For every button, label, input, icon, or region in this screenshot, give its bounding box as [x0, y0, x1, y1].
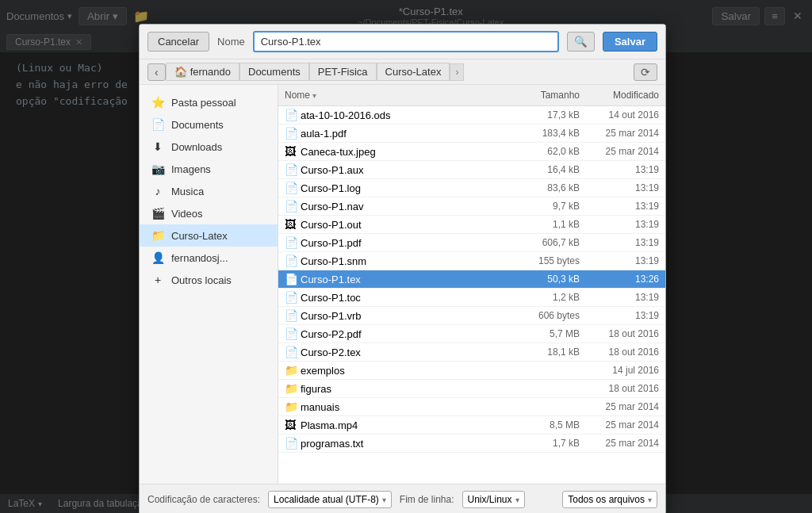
file-modified: 13:19 [586, 164, 665, 175]
breadcrumb-home[interactable]: 🏠 fernando [166, 63, 239, 81]
breadcrumb-pet-fisica[interactable]: PET-Fisica [309, 63, 377, 81]
file-modified: 13:19 [586, 219, 665, 230]
file-row[interactable]: 📄 ata-10-10-2016.ods 17,3 kB 14 out 2016 [278, 106, 665, 124]
file-row[interactable]: 📄 Curso-P1.nav 9,7 kB 13:19 [278, 197, 665, 216]
file-icon: 📄 [278, 182, 301, 194]
file-row[interactable]: 📁 figuras 18 out 2016 [278, 380, 665, 398]
file-name: Curso-P1.tex [301, 274, 523, 285]
download-icon: ⬇ [151, 140, 165, 153]
music-icon: ♪ [151, 185, 165, 197]
file-size: 606 bytes [523, 310, 586, 321]
sidebar-item-outros-locais[interactable]: + Outros locais [140, 269, 278, 291]
sidebar-item-fernandosj[interactable]: 👤 fernandosj... [140, 247, 278, 269]
file-size: 62,0 kB [523, 146, 586, 157]
folder-icon: 📁 [151, 229, 165, 242]
file-row[interactable]: 📄 Curso-P1.toc 1,2 kB 13:19 [278, 289, 665, 307]
column-size[interactable]: Tamanho [523, 88, 586, 102]
file-row[interactable]: 📄 aula-1.pdf 183,4 kB 25 mar 2014 [278, 124, 665, 143]
file-modified: 14 out 2016 [586, 109, 665, 121]
cancel-button[interactable]: Cancelar [147, 32, 209, 52]
file-icon: 📄 [278, 109, 301, 121]
column-name-arrow: ▾ [312, 91, 316, 100]
file-modified: 13:26 [586, 274, 665, 285]
file-row[interactable]: 📁 manuais 25 mar 2014 [278, 398, 665, 416]
eol-select[interactable]: Unix/Linux ▾ [462, 491, 525, 508]
file-row[interactable]: 📄 Curso-P2.pdf 5,7 MB 18 out 2016 [278, 325, 665, 343]
column-name[interactable]: Nome ▾ [278, 88, 523, 102]
sidebar-item-imagens[interactable]: 📷 Imagens [140, 158, 278, 180]
search-icon: 🔍 [574, 36, 588, 48]
file-modified: 18 out 2016 [586, 346, 665, 358]
file-icon: 📄 [278, 127, 301, 140]
file-size: 1,1 kB [523, 219, 586, 230]
add-icon: + [151, 274, 165, 286]
file-icon: 📄 [278, 437, 301, 450]
file-icon: 🖼 [278, 145, 301, 158]
file-modified: 25 mar 2014 [586, 438, 665, 449]
file-size: 18,1 kB [523, 346, 586, 358]
file-icon: 📄 [278, 236, 301, 249]
filename-input[interactable] [253, 31, 559, 52]
sidebar-item-downloads[interactable]: ⬇ Downloads [140, 136, 278, 158]
column-modified[interactable]: Modificado [586, 88, 665, 102]
breadcrumb-documents[interactable]: Documents [239, 63, 309, 81]
file-size: 183,4 kB [523, 128, 586, 139]
sidebar-item-videos[interactable]: 🎬 Videos [140, 202, 278, 224]
file-modified: 25 mar 2014 [586, 128, 665, 139]
file-name: manuais [301, 401, 523, 413]
file-name: Curso-P1.log [301, 182, 523, 194]
salvar-button[interactable]: Salvar [603, 32, 657, 52]
breadcrumb-refresh-button[interactable]: ⟳ [634, 63, 657, 81]
file-row[interactable]: 🖼 Curso-P1.out 1,1 kB 13:19 [278, 216, 665, 234]
file-modified: 25 mar 2014 [586, 146, 665, 157]
encoding-arrow: ▾ [382, 496, 386, 504]
file-modified: 18 out 2016 [586, 383, 665, 394]
sidebar-item-curso-latex[interactable]: 📁 Curso-Latex [140, 224, 278, 247]
file-modified: 13:19 [586, 237, 665, 248]
file-row[interactable]: 📄 programas.txt 1,7 kB 25 mar 2014 [278, 435, 665, 453]
file-name: aula-1.pdf [301, 128, 523, 140]
file-row[interactable]: 🖼 Caneca-tux.jpeg 62,0 kB 25 mar 2014 [278, 143, 665, 161]
file-name: Curso-P1.snm [301, 255, 523, 267]
file-size: 9,7 kB [523, 201, 586, 212]
file-row[interactable]: 📄 Curso-P1.log 83,6 kB 13:19 [278, 179, 665, 197]
file-icon: 📄 [278, 327, 301, 340]
file-name: Caneca-tux.jpeg [301, 146, 523, 158]
dialog-sidebar: ⭐ Pasta pessoal 📄 Documents ⬇ Downloads … [140, 85, 278, 484]
encoding-select[interactable]: Localidade atual (UTF-8) ▾ [268, 491, 392, 508]
file-icon: 📁 [278, 400, 301, 413]
file-name: programas.txt [301, 438, 523, 450]
file-size: 5,7 MB [523, 328, 586, 339]
file-row-selected[interactable]: 📄 Curso-P1.tex 50,3 kB 13:26 [278, 270, 665, 289]
file-list[interactable]: 📄 ata-10-10-2016.ods 17,3 kB 14 out 2016… [278, 106, 665, 484]
file-icon: 📄 [278, 291, 301, 304]
sidebar-item-pasta-pessoal[interactable]: ⭐ Pasta pessoal [140, 91, 278, 113]
sidebar-item-documents[interactable]: 📄 Documents [140, 113, 278, 136]
file-row[interactable]: 📄 Curso-P1.vrb 606 bytes 13:19 [278, 307, 665, 325]
video-icon: 🎬 [151, 207, 165, 220]
eol-arrow: ▾ [515, 496, 519, 504]
file-size: 155 bytes [523, 255, 586, 266]
search-button[interactable]: 🔍 [567, 32, 595, 52]
file-row[interactable]: 📄 Curso-P1.snm 155 bytes 13:19 [278, 252, 665, 270]
file-name: ata-10-10-2016.ods [301, 109, 523, 121]
file-icon: 📁 [278, 364, 301, 377]
breadcrumb-curso-latex[interactable]: Curso-Latex [377, 63, 450, 81]
file-row[interactable]: 📁 exemplos 14 jul 2016 [278, 362, 665, 380]
file-icon: 🖼 [278, 218, 301, 231]
dialog-topbar: Cancelar Nome 🔍 Salvar [140, 25, 665, 59]
filter-select[interactable]: Todos os arquivos ▾ [562, 491, 657, 508]
file-modified: 25 mar 2014 [586, 419, 665, 431]
file-name: Curso-P1.out [301, 219, 523, 231]
breadcrumb-next-button[interactable]: › [450, 63, 464, 81]
breadcrumb-back-button[interactable]: ‹ [147, 63, 166, 81]
eol-label: Fim de linha: [400, 494, 454, 505]
file-row[interactable]: 📄 Curso-P1.pdf 606,7 kB 13:19 [278, 234, 665, 252]
file-size: 16,4 kB [523, 164, 586, 175]
file-row[interactable]: 📄 Curso-P1.aux 16,4 kB 13:19 [278, 161, 665, 179]
sidebar-item-musica[interactable]: ♪ Musica [140, 180, 278, 202]
file-name: figuras [301, 383, 523, 395]
file-row[interactable]: 🖼 Plasma.mp4 8,5 MB 25 mar 2014 [278, 416, 665, 435]
file-row[interactable]: 📄 Curso-P2.tex 18,1 kB 18 out 2016 [278, 343, 665, 362]
file-name: Curso-P1.pdf [301, 237, 523, 249]
